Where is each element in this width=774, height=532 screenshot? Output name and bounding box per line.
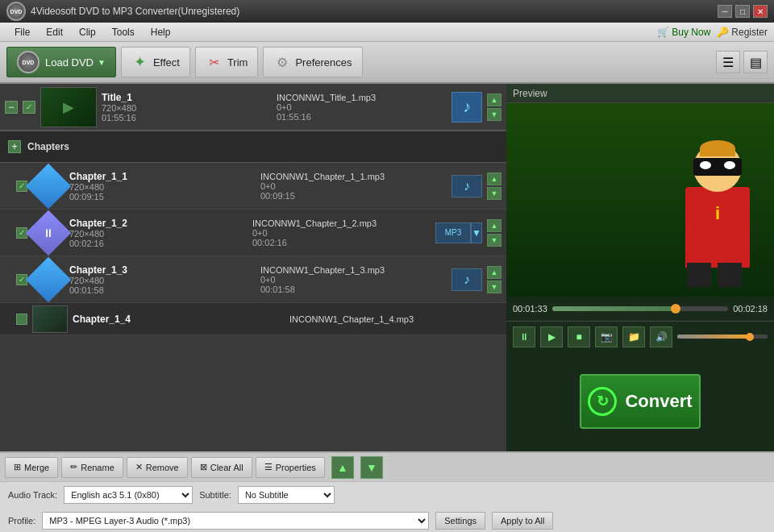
char-body: i [685,187,750,268]
time-total: 00:02:18 [733,304,768,314]
chapter-2-output: INCONNW1_Chapter_1_2.mp3 0+0 00:02:16 [252,218,431,247]
chapter-3-move-up-btn[interactable]: ▲ [487,266,501,279]
apply-to-all-button[interactable]: Apply to All [492,512,553,530]
chapter-4-thumb [32,305,68,333]
main-area: − ✓ ▶ Title_1 720×480 01:55:16 INCONNW1_… [0,84,774,451]
move-down-button[interactable]: ▼ [360,456,383,479]
chapter-2-format-arrow[interactable]: ▼ [471,222,482,243]
title-row: − ✓ ▶ Title_1 720×480 01:55:16 INCONNW1_… [0,84,506,131]
menu-bar: File Edit Clip Tools Help 🛒 Buy Now 🔑 Re… [0,23,774,42]
profile-label: Profile: [8,516,35,526]
properties-button[interactable]: ☰ Properties [256,457,325,478]
cart-icon: 🛒 [657,27,669,38]
restore-button[interactable]: □ [735,5,750,18]
chapter-4-info: Chapter_1_4 [73,314,285,325]
rename-button[interactable]: ✏ Rename [61,457,123,478]
remove-button[interactable]: ✕ Remove [127,457,188,478]
chapter-3-output: INCONNW1_Chapter_1_3.mp3 0+0 00:01:58 [260,265,447,294]
chapter-2-move-up-btn[interactable]: ▲ [487,219,501,232]
volume-icon: 🔊 [655,331,668,343]
profile-select[interactable]: MP3 - MPEG Layer-3 Audio (*.mp3) [42,512,429,530]
chapter-2-output-time: 00:02:16 [252,238,431,247]
title-move-up-btn[interactable]: ▲ [487,94,501,106]
chapter-1-format-icon[interactable]: ♪ [452,175,482,197]
chapter-2-output-name: INCONNW1_Chapter_1_2.mp3 [252,218,431,228]
dropdown-arrow-icon: ▼ [98,58,106,67]
check-icon: ✓ [26,102,32,111]
preferences-button[interactable]: ⚙ Preferences [263,47,362,77]
title-thumbnail: ▶ [40,87,97,127]
preview-label: Preview [506,84,774,103]
screenshot-button[interactable]: 📷 [595,326,618,347]
chapter-1-move-down-btn[interactable]: ▼ [487,187,501,200]
pause-button[interactable]: ⏸ [513,326,535,347]
time-current: 00:01:33 [513,304,547,314]
chapter-2-move-down-btn[interactable]: ▼ [487,234,501,247]
volume-track[interactable] [677,335,768,339]
chapter-3-format-area: ♪ [452,268,482,291]
audio-track-select[interactable]: English ac3 5.1 (0x80) [64,486,193,504]
chapter-4-checkbox[interactable] [16,314,27,325]
char-eye-right [724,161,735,169]
clear-icon: ⊠ [200,462,207,472]
progress-track[interactable] [552,306,728,311]
title-move-down-btn[interactable]: ▼ [487,108,501,121]
folder-button[interactable]: 📁 [622,326,645,347]
title-output-name: INCONNW1_Title_1.mp3 [277,93,447,102]
settings-button[interactable]: Settings [435,512,485,530]
buy-now-button[interactable]: 🛒 Buy Now [657,27,710,38]
progress-thumb [671,304,680,314]
load-dvd-button[interactable]: DVD Load DVD ▼ [6,47,116,77]
title-file-info: Title_1 720×480 01:55:16 [102,92,272,123]
chapter-3-thumb [26,256,72,302]
pencil-icon: ✏ [70,462,77,472]
chapter-2-format-main[interactable]: MP3 [435,222,471,243]
app-logo: DVD [6,2,26,21]
menu-clip[interactable]: Clip [71,25,104,39]
chapter-row-4: Chapter_1_4 INCONNW1_Chapter_1_4.mp3 [0,303,506,335]
scissors-icon: ✂ [206,53,223,71]
file-list[interactable]: − ✓ ▶ Title_1 720×480 01:55:16 INCONNW1_… [0,84,506,451]
menu-edit[interactable]: Edit [38,25,71,39]
chapters-expand-btn[interactable]: + [8,140,21,153]
register-button[interactable]: 🔑 Register [717,27,768,38]
convert-button[interactable]: ↻ Convert [580,374,701,429]
properties-icon: ☰ [264,462,273,472]
chapter-1-info: Chapter_1_1 720×480 00:09:15 [69,171,256,202]
title-format-icon[interactable]: ♪ [452,92,482,123]
chapter-1-move-up-btn[interactable]: ▲ [487,172,501,185]
close-button[interactable]: ✕ [753,5,768,18]
title-collapse-btn[interactable]: − [5,101,18,114]
menu-tools[interactable]: Tools [104,25,143,39]
chapter-row-1: ✓ Chapter_1_1 720×480 00:09:15 INCONNW1_… [0,163,506,210]
stop-button[interactable]: ■ [568,326,590,347]
convert-area: ↻ Convert [506,351,774,451]
camera-icon: 📷 [601,331,613,343]
menu-help[interactable]: Help [143,25,179,39]
title-checkbox[interactable]: ✓ [23,101,35,114]
play-button[interactable]: ▶ [540,326,563,347]
merge-button[interactable]: ⊞ Merge [5,457,58,478]
audio-track-label: Audio Track: [8,490,57,500]
chapter-3-name: Chapter_1_3 [69,264,256,276]
minimize-button[interactable]: ─ [718,5,732,18]
list-view-button[interactable]: ☰ [716,51,740,73]
clear-all-button[interactable]: ⊠ Clear All [191,457,252,478]
grid-icon: ▤ [750,55,762,70]
effect-button[interactable]: ✦ Effect [121,47,190,77]
chapter-3-move-down-btn[interactable]: ▼ [487,281,501,293]
trim-button[interactable]: ✂ Trim [195,47,259,77]
title-output-info: INCONNW1_Title_1.mp3 0+0 01:55:16 [277,93,447,122]
chapter-3-format-icon[interactable]: ♪ [452,268,482,291]
chapter-3-row-actions: ▲ ▼ [487,266,501,293]
move-up-button[interactable]: ▲ [331,456,354,479]
chapter-3-output-name: INCONNW1_Chapter_1_3.mp3 [260,265,447,275]
volume-button[interactable]: 🔊 [650,326,672,347]
chapter-2-row-actions: ▲ ▼ [487,219,501,247]
action-bar: ⊞ Merge ✏ Rename ✕ Remove ⊠ Clear All ☰ … [0,451,774,482]
app-title: 4Videosoft DVD to MP3 Converter(Unregist… [31,6,239,17]
subtitle-select[interactable]: No Subtitle [238,486,335,504]
grid-view-button[interactable]: ▤ [743,51,768,73]
chapter-3-output-dims: 0+0 [260,275,447,285]
menu-file[interactable]: File [6,25,38,39]
